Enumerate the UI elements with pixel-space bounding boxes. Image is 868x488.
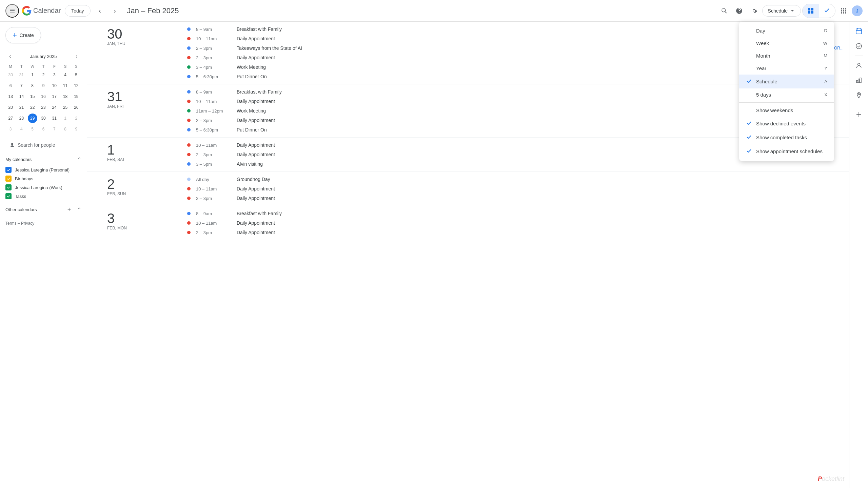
mini-cal-cell[interactable]: 30 — [6, 70, 15, 80]
mini-cal-cell[interactable]: 14 — [17, 92, 26, 101]
check-view-button[interactable] — [819, 4, 835, 18]
other-calendars-toggle[interactable]: ⌃ — [75, 205, 84, 214]
svg-point-5 — [843, 8, 844, 9]
grid-view-button[interactable] — [803, 4, 819, 18]
privacy-link[interactable]: Privacy — [21, 221, 34, 226]
dropdown-item-week[interactable]: Week W — [739, 37, 834, 49]
dropdown-item-5days[interactable]: 5 days X — [739, 88, 834, 101]
right-sidebar — [849, 22, 868, 488]
mini-cal-cell[interactable]: 26 — [72, 103, 81, 112]
apps-button[interactable] — [837, 4, 850, 18]
settings-button[interactable] — [747, 4, 761, 18]
mini-cal-cell[interactable]: 21 — [17, 103, 26, 112]
mini-cal-cell[interactable]: 9 — [39, 81, 48, 90]
view-select-button[interactable]: Schedule — [762, 5, 801, 17]
search-button[interactable] — [717, 4, 731, 18]
dropdown-item-appointment[interactable]: Show appointment schedules — [739, 144, 834, 158]
my-calendars-section: My calendars ⌃ Jessica Laregina (Persona… — [0, 153, 87, 201]
event-row[interactable]: 10 – 11am Daily Appointment — [182, 184, 849, 194]
mini-cal-cell[interactable]: 8 — [28, 81, 37, 90]
create-button[interactable]: + Create — [5, 27, 41, 43]
mini-cal-today[interactable]: 29 — [28, 114, 37, 123]
mini-cal-cell[interactable]: 7 — [17, 81, 26, 90]
mini-cal-next[interactable]: › — [72, 52, 81, 61]
mini-cal-cell[interactable]: 27 — [6, 114, 15, 123]
event-row[interactable]: 2 – 3pm Daily Appointment — [182, 194, 849, 203]
mini-cal-cell[interactable]: 3 — [50, 70, 59, 80]
mini-cal-cell[interactable]: 18 — [61, 92, 70, 101]
rsb-chart-icon[interactable] — [852, 74, 866, 87]
hamburger-menu[interactable] — [5, 4, 19, 18]
terms-link[interactable]: Terms — [5, 221, 17, 226]
event-row[interactable]: All day Groundhog Day — [182, 175, 849, 184]
mini-cal-cell[interactable]: 8 — [61, 124, 70, 134]
svg-rect-2 — [808, 11, 810, 14]
event-time: 3 – 4pm — [196, 65, 237, 70]
rsb-person-icon[interactable] — [852, 59, 866, 72]
mini-cal-cell[interactable]: 23 — [39, 103, 48, 112]
mini-cal-cell[interactable]: 12 — [72, 81, 81, 90]
mini-cal-cell[interactable]: 6 — [6, 81, 15, 90]
mini-cal-cell[interactable]: 25 — [61, 103, 70, 112]
mini-cal-cell[interactable]: 4 — [17, 124, 26, 134]
other-calendars-header[interactable]: Other calendars + ⌃ — [0, 203, 87, 216]
mini-cal-cell[interactable]: 1 — [28, 70, 37, 80]
calendar-checkbox-birthdays — [5, 176, 12, 182]
mini-cal-cell[interactable]: 30 — [39, 114, 48, 123]
mini-cal-cell[interactable]: 1 — [61, 114, 70, 123]
mini-cal-cell[interactable]: 15 — [28, 92, 37, 101]
dropdown-item-month[interactable]: Month M — [739, 49, 834, 62]
search-people[interactable]: Search for people — [5, 140, 81, 150]
rsb-add-icon[interactable] — [852, 108, 866, 121]
mini-cal-cell[interactable]: 3 — [6, 124, 15, 134]
mini-cal-cell[interactable]: 5 — [72, 70, 81, 80]
today-button[interactable]: Today — [65, 5, 90, 17]
add-other-calendar[interactable]: + — [64, 205, 74, 214]
mini-cal-cell[interactable]: 9 — [72, 124, 81, 134]
dropdown-item-completed[interactable]: Show completed tasks — [739, 130, 834, 144]
my-calendars-header[interactable]: My calendars ⌃ — [0, 153, 87, 165]
dropdown-item-schedule[interactable]: Schedule A — [739, 75, 834, 88]
mini-cal-cell[interactable]: 31 — [50, 114, 59, 123]
event-row[interactable]: 10 – 11am Daily Appointment — [182, 218, 849, 228]
mini-cal-cell[interactable]: 5 — [28, 124, 37, 134]
mini-cal-cell[interactable]: 13 — [6, 92, 15, 101]
mini-cal-cell[interactable]: 28 — [17, 114, 26, 123]
mini-cal-cell[interactable]: 7 — [50, 124, 59, 134]
user-avatar[interactable]: J — [852, 5, 863, 16]
rsb-map-icon[interactable] — [852, 88, 866, 102]
mini-cal-prev[interactable]: ‹ — [5, 52, 15, 61]
dropdown-item-year[interactable]: Year Y — [739, 62, 834, 75]
mini-cal-cell[interactable]: 22 — [28, 103, 37, 112]
calendar-checkbox-work — [5, 184, 12, 190]
mini-cal-cell[interactable]: 31 — [17, 70, 26, 80]
next-arrow[interactable]: › — [108, 4, 122, 18]
event-row[interactable]: 2 – 3pm Daily Appointment — [182, 228, 849, 237]
dropdown-item-weekends[interactable]: Show weekends — [739, 104, 834, 117]
rsb-calendar-icon[interactable] — [852, 24, 866, 38]
mini-cal-cell[interactable]: 10 — [50, 81, 59, 90]
dropdown-item-declined[interactable]: Show declined events — [739, 117, 834, 130]
mini-cal-cell[interactable]: 16 — [39, 92, 48, 101]
svg-point-7 — [841, 10, 842, 12]
mini-cal-cell[interactable]: 2 — [39, 70, 48, 80]
mini-cal-cell[interactable]: 19 — [72, 92, 81, 101]
mini-cal-cell[interactable]: 4 — [61, 70, 70, 80]
calendar-item-birthdays[interactable]: Birthdays — [0, 174, 87, 183]
event-row[interactable]: 8 – 9am Breakfast with Family — [182, 209, 849, 218]
my-calendars-toggle[interactable]: ⌃ — [75, 155, 84, 164]
rsb-check-icon[interactable] — [852, 39, 866, 53]
mini-cal-cell[interactable]: 17 — [50, 92, 59, 101]
mini-cal-cell[interactable]: 2 — [72, 114, 81, 123]
mini-cal-cell[interactable]: 11 — [61, 81, 70, 90]
mini-cal-cell[interactable]: 20 — [6, 103, 15, 112]
help-button[interactable] — [732, 4, 746, 18]
prev-arrow[interactable]: ‹ — [93, 4, 107, 18]
calendar-item-personal[interactable]: Jessica Laregina (Personal) — [0, 165, 87, 174]
calendar-item-tasks[interactable]: Tasks — [0, 192, 87, 201]
calendar-item-work[interactable]: Jessica Laregina (Work) — [0, 183, 87, 192]
mini-cal-cell[interactable]: 6 — [39, 124, 48, 134]
dropdown-item-day[interactable]: Day D — [739, 24, 834, 37]
shortcut-week: W — [823, 41, 827, 46]
mini-cal-cell[interactable]: 24 — [50, 103, 59, 112]
